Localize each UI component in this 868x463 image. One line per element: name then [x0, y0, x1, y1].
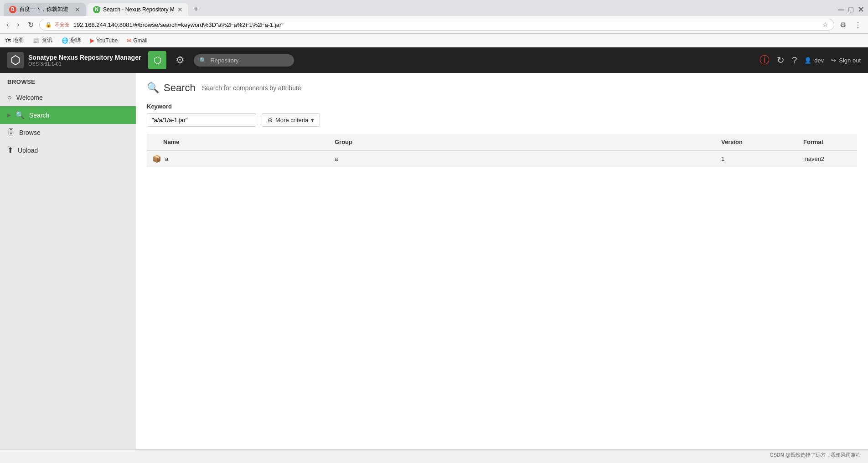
status-text: CSDN @既然选择了远方，我便风雨兼程 — [770, 452, 861, 458]
search-sidebar-icon: 🔍 — [16, 111, 25, 119]
app-title: Sonatype Nexus Repository Manager — [28, 54, 141, 62]
tab-baidu[interactable]: B 百度一下，你就知道 ✕ — [4, 3, 86, 16]
tab-close-nexus[interactable]: ✕ — [177, 6, 183, 13]
app-header: Sonatype Nexus Repository Manager OSS 3.… — [0, 47, 868, 73]
row-version-cell: 1 — [716, 150, 798, 167]
sidebar-item-welcome[interactable]: ○ Welcome — [0, 89, 136, 106]
settings-icon[interactable]: ⚙ — [174, 52, 186, 68]
youtube-icon: ▶ — [90, 37, 94, 44]
address-bar-container[interactable]: 🔒 不安全 ☆ — [39, 19, 834, 31]
repository-search-input[interactable] — [210, 57, 289, 64]
table-body: 📦 a a 1 maven2 — [147, 150, 857, 167]
sidebar-item-search[interactable]: ▶ 🔍 Search — [0, 106, 136, 124]
nexus-logo: Sonatype Nexus Repository Manager OSS 3.… — [7, 52, 141, 68]
results-table: Name Group Version Format — [147, 134, 857, 167]
tab-nexus[interactable]: N Search - Nexus Repository M ✕ — [88, 3, 188, 16]
more-criteria-button[interactable]: ⊕ More criteria ▾ — [262, 113, 320, 127]
logo-icon — [7, 52, 24, 68]
row-name-cell: 📦 a — [147, 150, 329, 167]
sidebar-item-browse[interactable]: 🗄 Browse — [0, 124, 136, 141]
sidebar-browse-label: Browse — [19, 129, 41, 136]
news-icon: 📰 — [33, 37, 40, 44]
tab-close-baidu[interactable]: ✕ — [75, 6, 80, 13]
title-bar: B 百度一下，你就知道 ✕ N Search - Nexus Repositor… — [0, 0, 868, 16]
refresh-button[interactable]: ↻ — [25, 20, 36, 30]
browse-icon: 🗄 — [7, 129, 15, 137]
address-input[interactable] — [73, 21, 820, 28]
window-controls: ─ ◻ ✕ — [838, 5, 864, 15]
keyword-label: Keyword — [147, 103, 857, 110]
tab-favicon-nexus: N — [93, 6, 100, 13]
sign-out-label: Sign out — [839, 57, 861, 64]
username-label: dev — [814, 57, 824, 64]
sidebar-welcome-label: Welcome — [16, 94, 43, 101]
bookmark-translate-label: 翻译 — [70, 36, 81, 44]
tab-favicon-baidu: B — [9, 6, 16, 13]
bookmark-gmail[interactable]: ✉ Gmail — [125, 36, 149, 45]
plus-icon: ⊕ — [268, 117, 273, 123]
alert-button[interactable]: ⓘ — [760, 53, 770, 67]
page-header: 🔍 Search Search for components by attrib… — [147, 82, 857, 94]
logo-text: Sonatype Nexus Repository Manager OSS 3.… — [28, 54, 141, 67]
expand-icon: ▶ — [7, 113, 11, 118]
sidebar-item-upload[interactable]: ⬆ Upload — [0, 141, 136, 159]
row-package-icon: 📦 — [152, 154, 161, 163]
tab-title-nexus: Search - Nexus Repository M — [103, 6, 175, 13]
welcome-icon: ○ — [7, 93, 12, 102]
main-layout: Browse ○ Welcome ▶ 🔍 Search 🗄 Browse ⬆ U… — [0, 73, 868, 449]
translate-icon: 🌐 — [62, 37, 68, 44]
dropdown-icon: ▾ — [311, 117, 314, 123]
sign-out-button[interactable]: ↪ Sign out — [831, 57, 861, 64]
address-bar-icons: ☆ — [822, 21, 828, 28]
star-icon[interactable]: ☆ — [822, 21, 828, 28]
status-bar: CSDN @既然选择了远方，我便风雨兼程 — [0, 449, 868, 460]
criteria-row: ⊕ More criteria ▾ — [147, 113, 857, 127]
row-format-cell: maven2 — [798, 150, 857, 167]
sign-out-icon: ↪ — [831, 57, 836, 64]
page-search-icon: 🔍 — [147, 82, 159, 94]
gmail-icon: ✉ — [127, 37, 131, 44]
bookmark-youtube[interactable]: ▶ YouTube — [88, 36, 119, 45]
restore-button[interactable]: ◻ — [848, 5, 854, 14]
col-header-version: Version — [716, 134, 798, 150]
row-format: maven2 — [803, 155, 824, 162]
bookmark-news-label: 资讯 — [41, 36, 52, 44]
help-button[interactable]: ? — [792, 55, 797, 66]
more-criteria-label: More criteria — [275, 117, 308, 123]
app-version: OSS 3.31.1-01 — [28, 61, 141, 67]
refresh-system-button[interactable]: ↻ — [777, 55, 785, 66]
user-menu[interactable]: 👤 dev — [804, 57, 824, 64]
hexagon-icon — [10, 55, 21, 66]
keyword-input[interactable] — [147, 113, 256, 127]
sidebar-section-label: Browse — [0, 73, 136, 89]
cube-icon[interactable]: ⬡ — [148, 51, 166, 69]
close-button[interactable]: ✕ — [858, 5, 864, 15]
header-icons: ⓘ ↻ ? 👤 dev ↪ Sign out — [760, 53, 861, 67]
row-group: a — [335, 155, 338, 162]
bookmark-translate[interactable]: 🌐 翻译 — [60, 36, 83, 45]
extensions-button[interactable]: ⚙ — [837, 20, 849, 30]
header-search[interactable]: 🔍 — [194, 54, 294, 67]
minimize-button[interactable]: ─ — [838, 5, 844, 14]
col-header-format: Format — [798, 134, 857, 150]
search-criteria: Keyword ⊕ More criteria ▾ — [147, 103, 857, 127]
security-icon: 🔒 — [45, 21, 52, 28]
forward-button[interactable]: › — [14, 20, 22, 30]
table-header: Name Group Version Format — [147, 134, 857, 150]
back-button[interactable]: ‹ — [4, 20, 11, 30]
new-tab-button[interactable]: + — [190, 3, 202, 16]
sidebar-search-label: Search — [29, 112, 49, 119]
map-icon: 🗺 — [5, 37, 11, 44]
bookmark-news[interactable]: 📰 资讯 — [31, 36, 54, 45]
page-title: Search — [164, 82, 196, 94]
menu-button[interactable]: ⋮ — [852, 20, 864, 30]
sidebar: Browse ○ Welcome ▶ 🔍 Search 🗄 Browse ⬆ U… — [0, 73, 136, 449]
nav-bar: ‹ › ↻ 🔒 不安全 ☆ ⚙ ⋮ — [0, 16, 868, 34]
bookmark-map-label: 地图 — [13, 36, 24, 44]
bookmarks-bar: 🗺 地图 📰 资讯 🌐 翻译 ▶ YouTube ✉ Gmail — [0, 34, 868, 47]
table-row[interactable]: 📦 a a 1 maven2 — [147, 150, 857, 167]
bookmark-youtube-label: YouTube — [96, 37, 118, 44]
bookmark-gmail-label: Gmail — [133, 37, 147, 44]
bookmark-map[interactable]: 🗺 地图 — [4, 36, 26, 45]
user-icon: 👤 — [804, 57, 811, 64]
